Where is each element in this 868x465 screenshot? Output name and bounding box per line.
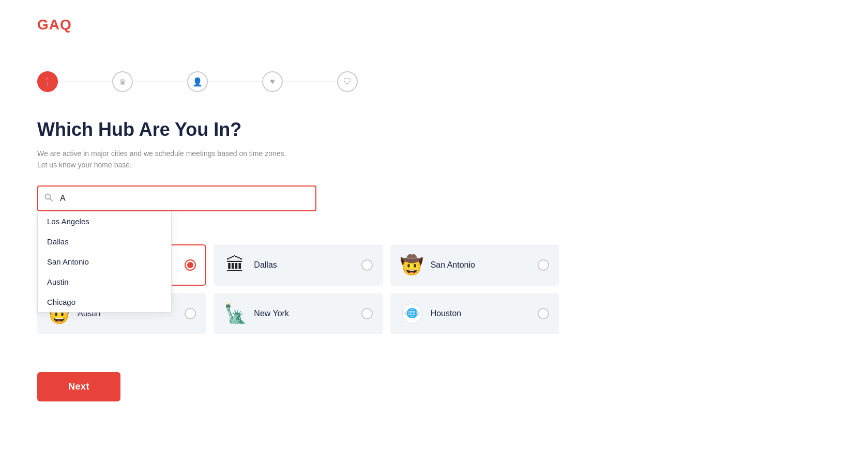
question-description: We are active in major cities and we sch… — [37, 148, 580, 171]
hub-radio-dallas — [361, 259, 373, 271]
search-input[interactable] — [37, 185, 316, 211]
step-line-1 — [58, 82, 112, 82]
step-line-3 — [208, 82, 262, 82]
main-content: Which Hub Are You In? We are active in m… — [37, 119, 580, 334]
search-icon — [44, 193, 53, 204]
hub-card-san-antonio[interactable]: 🤠 San Antonio — [390, 244, 559, 286]
hub-radio-los-angeles — [185, 259, 196, 271]
hub-icon-houston: 🌐 — [401, 302, 423, 325]
svg-text:🌐: 🌐 — [406, 307, 418, 319]
hub-card-dallas[interactable]: 🏛 Dallas — [214, 244, 383, 286]
hub-radio-new-york — [361, 308, 373, 319]
hub-radio-san-antonio — [538, 259, 549, 271]
hub-name-dallas: Dallas — [254, 260, 361, 270]
hub-radio-houston — [538, 308, 549, 319]
dropdown-item-los-angeles[interactable]: Los Angeles — [38, 211, 171, 231]
hub-name-new-york: New York — [254, 309, 361, 318]
progress-stepper: 📍 ♛ 👤 ♥ 🛡 — [37, 71, 358, 92]
svg-line-1 — [50, 198, 53, 201]
hub-card-houston[interactable]: 🌐 Houston — [390, 293, 559, 334]
logo: GAQ — [37, 17, 72, 33]
hub-name-san-antonio: San Antonio — [431, 260, 538, 270]
search-container: Los Angeles Dallas San Antonio Austin Ch… — [37, 185, 316, 211]
hub-radio-austin — [185, 308, 196, 319]
dropdown-item-san-antonio[interactable]: San Antonio — [38, 252, 171, 272]
search-dropdown: Los Angeles Dallas San Antonio Austin Ch… — [37, 211, 172, 313]
dropdown-item-dallas[interactable]: Dallas — [38, 231, 171, 252]
step-1[interactable]: 📍 — [37, 71, 58, 92]
next-button[interactable]: Next — [37, 372, 120, 401]
logo-accent: Q — [60, 17, 72, 33]
step-4[interactable]: ♥ — [262, 71, 283, 92]
hub-icon-new-york: 🗽 — [224, 302, 247, 325]
step-3[interactable]: 👤 — [187, 71, 208, 92]
step-line-4 — [283, 82, 337, 82]
step-5[interactable]: 🛡 — [337, 71, 358, 92]
hub-card-new-york[interactable]: 🗽 New York — [214, 293, 383, 334]
logo-text-main: GA — [37, 17, 60, 33]
page-title: Which Hub Are You In? — [37, 119, 580, 141]
hub-icon-dallas: 🏛 — [224, 254, 247, 276]
hub-name-houston: Houston — [431, 309, 538, 318]
dropdown-item-chicago[interactable]: Chicago — [38, 292, 171, 312]
dropdown-item-austin[interactable]: Austin — [38, 272, 171, 292]
step-2[interactable]: ♛ — [112, 71, 133, 92]
hub-icon-san-antonio: 🤠 — [401, 254, 423, 276]
step-line-2 — [133, 82, 187, 82]
